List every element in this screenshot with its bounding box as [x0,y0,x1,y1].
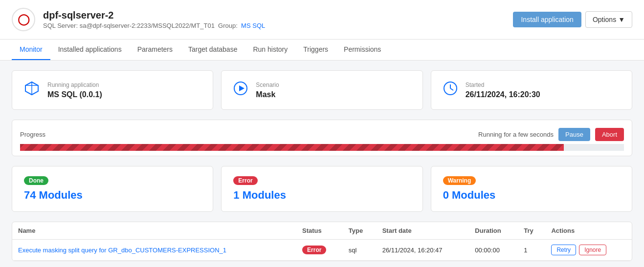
install-application-button[interactable]: Install application [513,12,581,27]
col-duration: Duration [469,222,518,240]
row-try: 1 [518,240,545,261]
error-modules-count[interactable]: 1 Modules [233,189,410,202]
progress-bar-container [20,144,624,151]
svg-line-7 [450,88,453,90]
abort-button[interactable]: Abort [595,128,624,141]
warning-badge: Warning [443,176,476,185]
tab-monitor[interactable]: Monitor [12,40,50,60]
scenario-card: Scenario Mask [221,70,422,110]
server-subtitle: SQL Server: sa@dpf-sqlserver-2:2233/MSSQ… [43,22,265,29]
header-actions: Install application Options ▼ [513,11,632,28]
col-name: Name [12,222,296,240]
started-info: Started 26/11/2024, 16:20:30 [466,82,540,99]
chevron-down-icon: ▼ [618,16,625,23]
progress-controls-row: Progress Running for a few seconds Pause… [20,125,624,144]
server-subtitle-prefix: SQL Server: sa@dpf-sqlserver-2:2233/MSSQ… [43,22,215,29]
group-label: Group: [218,22,238,29]
warning-modules-count[interactable]: 0 Modules [443,189,620,202]
running-app-label: Running application [47,82,102,88]
stats-row: Done 74 Modules Error 1 Modules Warning … [12,166,632,212]
server-avatar: ◯ [12,8,35,31]
results-table: Name Status Type Start date Duration Try… [12,222,632,261]
tab-target-database[interactable]: Target database [180,40,245,60]
options-label: Options [593,16,616,23]
progress-right: Running for a few seconds Pause Abort [478,128,624,141]
scenario-info: Scenario Mask [256,82,279,99]
warning-stat-card: Warning 0 Modules [431,166,632,212]
done-badge: Done [24,176,48,185]
started-label: Started [466,82,540,88]
tab-parameters[interactable]: Parameters [130,40,180,60]
tab-installed-applications[interactable]: Installed applications [50,40,130,60]
server-info: dpf-sqlserver-2 SQL Server: sa@dpf-sqlse… [43,10,265,29]
tab-triggers[interactable]: Triggers [295,40,336,60]
play-icon [233,81,248,99]
row-name: Execute masking split query for GR_dbo_C… [12,240,296,261]
row-start-date: 26/11/2024, 16:20:47 [377,240,469,261]
table-section: Name Status Type Start date Duration Try… [12,222,632,261]
row-type: sql [343,240,377,261]
main-content: Running application MS SQL (0.0.1) Scena… [0,61,644,267]
row-actions: Retry Ignore [545,240,632,260]
col-start-date: Start date [377,222,469,240]
error-stat-card: Error 1 Modules [221,166,422,212]
running-application-card: Running application MS SQL (0.0.1) [12,70,213,110]
tab-run-history[interactable]: Run history [245,40,295,60]
row-duration: 00:00:00 [469,240,518,261]
info-cards-row: Running application MS SQL (0.0.1) Scena… [12,70,632,110]
server-name: dpf-sqlserver-2 [43,10,265,21]
tab-permissions[interactable]: Permissions [336,40,389,60]
progress-section: Progress Running for a few seconds Pause… [12,120,632,156]
row-status: Error [296,240,343,261]
scenario-label: Scenario [256,82,279,88]
status-badge: Error [302,246,326,254]
pause-button[interactable]: Pause [558,128,590,141]
col-try: Try [518,222,545,240]
row-name-link[interactable]: Execute masking split query for GR_dbo_C… [18,246,226,254]
progress-bar-fill [20,144,564,151]
scenario-value: Mask [256,90,279,99]
ignore-button[interactable]: Ignore [579,245,606,255]
done-modules-count[interactable]: 74 Modules [24,189,201,202]
options-button[interactable]: Options ▼ [585,11,632,28]
started-value: 26/11/2024, 16:20:30 [466,90,540,99]
col-status: Status [296,222,343,240]
error-badge: Error [233,176,257,185]
page-header: ◯ dpf-sqlserver-2 SQL Server: sa@dpf-sql… [0,0,644,40]
server-avatar-icon: ◯ [18,13,30,26]
svg-marker-4 [239,85,244,91]
running-app-info: Running application MS SQL (0.0.1) [47,82,102,99]
clock-icon [443,81,458,99]
progress-label: Progress [20,131,45,138]
col-actions: Actions [545,222,632,240]
table-row: Execute masking split query for GR_dbo_C… [12,240,632,261]
running-app-value: MS SQL (0.0.1) [47,90,102,99]
cube-icon [24,81,40,100]
done-stat-card: Done 74 Modules [12,166,213,212]
progress-status-text: Running for a few seconds [478,131,554,138]
header-left: ◯ dpf-sqlserver-2 SQL Server: sa@dpf-sql… [12,8,265,31]
table-header-row: Name Status Type Start date Duration Try… [12,222,632,240]
started-card: Started 26/11/2024, 16:20:30 [431,70,632,110]
tabs-nav: Monitor Installed applications Parameter… [0,40,644,61]
retry-button[interactable]: Retry [551,245,576,255]
col-type: Type [343,222,377,240]
group-link[interactable]: MS SQL [241,22,265,29]
